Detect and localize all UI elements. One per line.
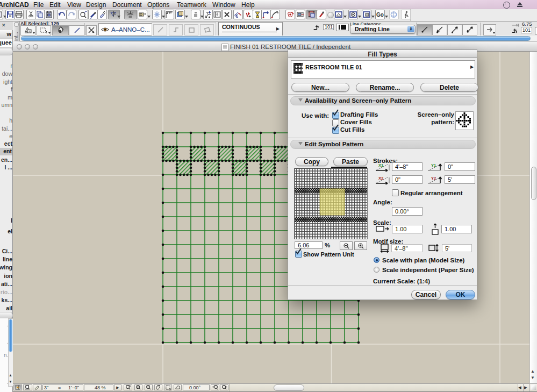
svg-text:Y1: Y1 [431,163,436,168]
svg-text:X1: X1 [378,163,383,168]
svg-text:X2: X2 [378,176,383,181]
svg-text:Y2: Y2 [431,176,436,181]
